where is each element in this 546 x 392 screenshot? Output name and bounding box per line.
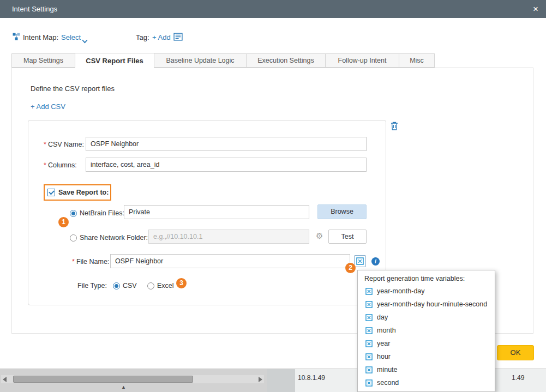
tab-csv-report-files[interactable]: CSV Report Files — [75, 53, 154, 68]
excel-variable-icon — [365, 288, 373, 295]
columns-label: *Columns: — [44, 161, 77, 170]
intent-map-label: Intent Map: — [23, 33, 58, 42]
excel-variable-icon — [365, 353, 373, 360]
horizontal-scrollbar[interactable] — [1, 375, 264, 383]
info-icon[interactable]: i — [371, 257, 380, 266]
excel-variable-icon — [365, 327, 373, 334]
callout-badge-1: 1 — [58, 217, 69, 227]
intent-map-select[interactable]: Select — [61, 33, 81, 42]
dialog-title: Intent Settings — [12, 0, 57, 18]
excel-variable-icon — [365, 366, 373, 373]
tab-follow-up-intent[interactable]: Follow-up Intent — [325, 53, 399, 68]
save-report-label: Save Report to: — [58, 188, 109, 197]
csv-report-panel: *CSV Name: *Columns: Save Report to: Net… — [28, 120, 386, 305]
file-type-excel-radio[interactable] — [147, 282, 154, 290]
variable-label: month — [377, 327, 396, 334]
scrollbar-thumb[interactable] — [13, 376, 193, 383]
scroll-left-arrow-icon[interactable] — [3, 377, 7, 382]
gear-icon[interactable]: ⚙ — [316, 232, 323, 240]
file-name-label: *File Name: — [72, 257, 109, 266]
variable-item[interactable]: minute — [358, 363, 495, 376]
scrollbar-track[interactable] — [9, 376, 256, 383]
variable-item[interactable]: year-month-day — [358, 285, 495, 298]
background-scroll-area: ▲ — [0, 369, 267, 392]
variable-label: year — [377, 340, 390, 347]
excel-variable-icon — [365, 314, 373, 321]
screen: ▲ 10.8.1.49 1.49 Intent Settings × Inten… — [0, 0, 546, 392]
time-variables-popup: Report generation time variables: year-m… — [357, 270, 495, 392]
popup-title: Report generation time variables: — [358, 270, 495, 285]
netbrain-files-radio[interactable] — [70, 210, 77, 217]
delete-csv-trash-icon[interactable] — [390, 121, 399, 133]
variable-item[interactable]: day — [358, 311, 495, 324]
chevron-down-icon[interactable] — [82, 36, 88, 46]
add-csv-button[interactable]: + Add CSV — [31, 102, 65, 111]
tag-list-icon[interactable] — [173, 33, 183, 43]
tab-baseline-update-logic[interactable]: Baseline Update Logic — [154, 53, 247, 68]
add-tag-button[interactable]: + Add — [152, 33, 171, 42]
tab-misc[interactable]: Misc — [399, 53, 435, 68]
csv-name-label: *CSV Name: — [44, 140, 84, 149]
variable-label: year-month-day hour-minute-second — [377, 300, 487, 308]
scroll-right-arrow-icon[interactable] — [259, 377, 262, 382]
save-report-checkbox[interactable] — [47, 189, 55, 196]
ok-button[interactable]: OK — [497, 345, 534, 360]
splitter-up-arrow-icon[interactable]: ▲ — [121, 384, 126, 390]
file-type-csv-radio[interactable] — [113, 282, 120, 290]
csv-name-input[interactable] — [86, 137, 367, 151]
close-icon[interactable]: × — [533, 0, 538, 18]
tab-bar: Map Settings CSV Report Files Baseline U… — [11, 53, 533, 68]
excel-variable-icon — [365, 301, 373, 308]
tag-label: Tag: — [136, 33, 149, 42]
share-folder-input[interactable] — [148, 230, 309, 244]
file-type-csv-label: CSV — [123, 281, 137, 290]
variable-item[interactable]: year — [358, 337, 495, 350]
excel-variable-icon — [365, 340, 373, 347]
section-title: Define the CSV report files — [31, 85, 115, 93]
variable-label: year-month-day — [377, 287, 425, 295]
share-folder-label: Share Network Folder: — [80, 233, 148, 242]
variable-label: day — [377, 313, 388, 321]
netbrain-files-input[interactable] — [124, 205, 309, 219]
browse-button[interactable]: Browse — [317, 204, 367, 219]
callout-badge-2: 2 — [345, 263, 356, 273]
variable-label: hour — [377, 353, 391, 360]
tab-map-settings[interactable]: Map Settings — [11, 53, 75, 68]
test-button[interactable]: Test — [328, 230, 367, 244]
file-type-label: File Type: — [77, 281, 107, 290]
required-mark: * — [72, 258, 75, 266]
required-mark: * — [44, 161, 46, 169]
insert-variable-button[interactable] — [354, 255, 366, 267]
variable-item[interactable]: hour — [358, 350, 495, 363]
share-folder-radio[interactable] — [70, 234, 77, 242]
background-table-cell — [267, 369, 295, 392]
excel-variable-icon — [365, 379, 373, 387]
intent-map-icon — [12, 32, 21, 43]
dialog-titlebar: Intent Settings × — [0, 0, 546, 18]
variable-label: second — [377, 379, 399, 387]
variable-item[interactable]: year-month-day hour-minute-second — [358, 298, 495, 311]
variable-item[interactable]: second — [358, 376, 495, 389]
file-type-excel-label: Excel — [157, 281, 174, 290]
tab-execution-settings[interactable]: Execution Settings — [246, 53, 326, 68]
file-name-input[interactable] — [110, 254, 350, 268]
netbrain-files-label: NetBrain Files: — [80, 209, 124, 218]
background-ip-value: 10.8.1.49 — [298, 374, 325, 382]
required-mark: * — [44, 141, 46, 148]
callout-badge-3: 3 — [176, 278, 187, 288]
background-ip-value-partial: 1.49 — [512, 374, 524, 382]
variable-label: minute — [377, 366, 398, 373]
columns-input[interactable] — [86, 158, 367, 172]
variable-item[interactable]: month — [358, 324, 495, 337]
